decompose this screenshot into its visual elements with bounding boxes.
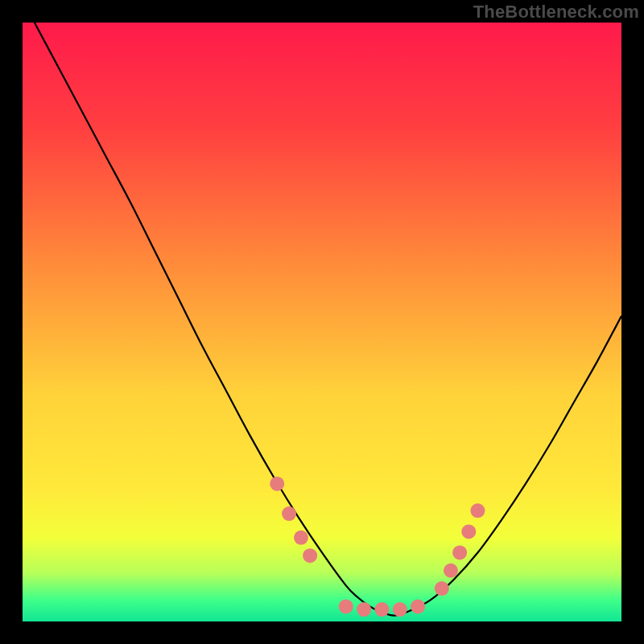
highlight-dot <box>339 599 353 613</box>
watermark-text: TheBottleneck.com <box>473 2 639 23</box>
highlight-dot <box>470 503 485 518</box>
highlight-dot <box>452 545 467 559</box>
highlight-dot <box>270 477 284 491</box>
bottleneck-chart <box>0 0 644 644</box>
highlight-dot <box>444 564 458 578</box>
highlight-dot <box>435 581 449 596</box>
chart-stage: TheBottleneck.com <box>0 0 644 644</box>
highlight-dot <box>461 524 476 539</box>
highlight-dot <box>357 602 371 617</box>
highlight-dot <box>411 599 425 613</box>
highlight-dot <box>393 602 407 617</box>
highlight-dot <box>294 530 308 545</box>
highlight-dot <box>282 506 296 521</box>
highlight-dot <box>303 548 317 563</box>
highlight-dot <box>374 602 389 617</box>
gradient-background <box>23 23 621 621</box>
